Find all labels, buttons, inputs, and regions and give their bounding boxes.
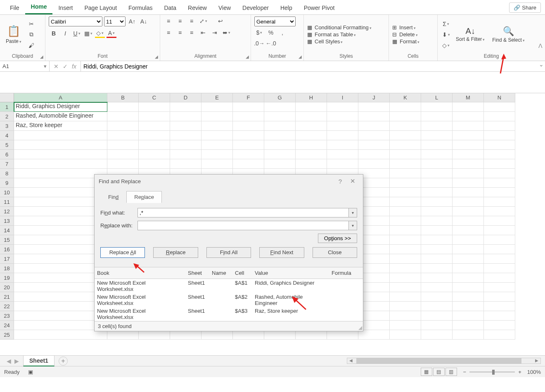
zoom-level[interactable]: 100% [527,369,541,375]
cell-A4[interactable] [14,131,107,140]
cell-H5[interactable] [296,140,327,150]
cell-J4[interactable] [358,131,390,140]
row-header-17[interactable]: 17 [0,254,14,264]
sheet-tab-sheet1[interactable]: Sheet1 [23,355,54,366]
cell-L24[interactable] [421,321,453,330]
cell-K24[interactable] [390,321,421,330]
cell-M15[interactable] [453,235,484,245]
cell-B6[interactable] [107,150,139,159]
cell-L11[interactable] [421,197,453,207]
align-left-button[interactable]: ≡ [164,28,173,37]
cell-N22[interactable] [484,302,515,311]
cell-styles-button[interactable]: ▦Cell Styles [307,38,372,45]
cell-M19[interactable] [453,273,484,283]
cell-M2[interactable] [453,112,484,121]
cell-F1[interactable] [233,102,264,112]
tab-replace[interactable]: Replace [126,191,162,203]
tab-find[interactable]: Find [100,191,126,203]
cell-L8[interactable] [421,169,453,178]
row-header-20[interactable]: 20 [0,283,14,292]
row-header-19[interactable]: 19 [0,273,14,283]
cell-N10[interactable] [484,188,515,197]
tab-formulas[interactable]: Formulas [123,1,158,14]
cell-D2[interactable] [170,112,201,121]
copy-button[interactable]: ⧉ [26,30,36,39]
cell-C4[interactable] [139,131,170,140]
cell-G4[interactable] [264,131,296,140]
cell-M4[interactable] [453,131,484,140]
cell-M21[interactable] [453,292,484,302]
cell-N19[interactable] [484,273,515,283]
cell-A24[interactable] [14,321,107,330]
cell-M22[interactable] [453,302,484,311]
row-header-8[interactable]: 8 [0,169,14,178]
cell-G6[interactable] [264,150,296,159]
prev-sheet-icon[interactable]: ◀ [7,358,11,364]
cell-F3[interactable] [233,121,264,131]
row-header-9[interactable]: 9 [0,178,14,188]
col-header-F[interactable]: F [233,93,264,102]
cell-D4[interactable] [170,131,201,140]
close-icon[interactable]: ✕ [346,177,359,185]
clear-button[interactable]: ◇ [441,41,451,50]
find-all-button[interactable]: Find All [206,247,251,258]
cell-L7[interactable] [421,159,453,169]
row-header-5[interactable]: 5 [0,140,14,150]
cell-M13[interactable] [453,216,484,226]
cell-N16[interactable] [484,245,515,254]
cell-A9[interactable] [14,178,107,188]
col-header-G[interactable]: G [264,93,296,102]
cell-A8[interactable] [14,169,107,178]
cell-K2[interactable] [390,112,421,121]
cell-N18[interactable] [484,264,515,273]
cell-A22[interactable] [14,302,107,311]
tab-page-layout[interactable]: Page Layout [78,1,123,14]
cell-L23[interactable] [421,311,453,321]
cell-M18[interactable] [453,264,484,273]
font-name-select[interactable]: Calibri [49,17,102,26]
cell-H6[interactable] [296,150,327,159]
cell-K11[interactable] [390,197,421,207]
hdr-sheet[interactable]: Sheet [185,269,209,277]
cell-A15[interactable] [14,235,107,245]
cell-L15[interactable] [421,235,453,245]
row-header-14[interactable]: 14 [0,226,14,235]
orientation-button[interactable]: ⤢ [198,17,208,26]
page-layout-view-button[interactable]: ▤ [433,368,445,376]
cell-A7[interactable] [14,159,107,169]
cell-M12[interactable] [453,207,484,216]
find-what-input[interactable] [137,208,349,217]
options-button[interactable]: Options >> [318,234,357,243]
increase-indent-button[interactable]: ⇥ [210,28,220,37]
cell-K15[interactable] [390,235,421,245]
cell-L22[interactable] [421,302,453,311]
col-header-L[interactable]: L [421,93,453,102]
close-button[interactable]: Close [313,247,357,258]
col-header-M[interactable]: M [453,93,484,102]
cell-E1[interactable] [201,102,233,112]
cell-D7[interactable] [170,159,201,169]
col-header-C[interactable]: C [139,93,170,102]
cell-L16[interactable] [421,245,453,254]
cell-E5[interactable] [201,140,233,150]
cell-B25[interactable] [107,330,139,340]
cell-A5[interactable] [14,140,107,150]
col-header-A[interactable]: A [14,93,107,102]
replace-with-input[interactable] [137,221,349,230]
col-header-N[interactable]: N [484,93,515,102]
cell-J3[interactable] [358,121,390,131]
cell-F2[interactable] [233,112,264,121]
cell-L4[interactable] [421,131,453,140]
cell-F6[interactable] [233,150,264,159]
cell-B3[interactable] [107,121,139,131]
cell-D25[interactable] [170,330,201,340]
cell-A16[interactable] [14,245,107,254]
cell-I2[interactable] [327,112,358,121]
name-box[interactable]: A1 ▾ [0,61,50,71]
cell-M20[interactable] [453,283,484,292]
cell-M3[interactable] [453,121,484,131]
cell-C2[interactable] [139,112,170,121]
cell-M16[interactable] [453,245,484,254]
cell-L10[interactable] [421,188,453,197]
cell-E6[interactable] [201,150,233,159]
